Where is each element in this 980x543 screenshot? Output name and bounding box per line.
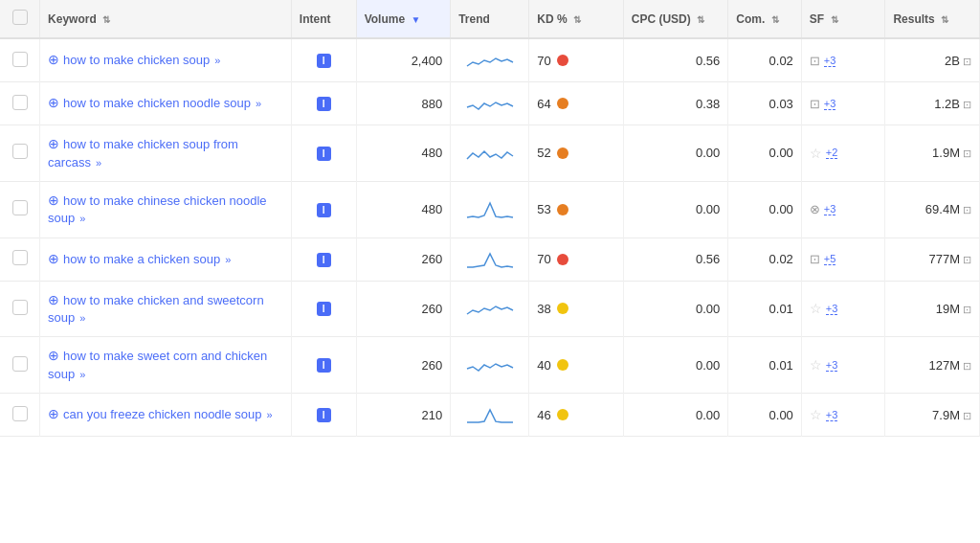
expand-icon[interactable]: » bbox=[222, 254, 231, 265]
image-icon: ⊡ bbox=[810, 252, 820, 266]
results-icon[interactable]: ⊡ bbox=[963, 99, 971, 110]
keyword-link[interactable]: ⊕how to make chicken noodle soup » bbox=[48, 96, 261, 110]
volume-cell: 480 bbox=[356, 181, 451, 238]
add-keyword-icon[interactable]: ⊕ bbox=[48, 52, 59, 67]
kd-number: 38 bbox=[537, 302, 550, 316]
row-checkbox[interactable] bbox=[12, 52, 28, 67]
row-checkbox-cell bbox=[0, 238, 40, 281]
trend-cell bbox=[451, 181, 529, 238]
add-keyword-icon[interactable]: ⊕ bbox=[48, 136, 59, 151]
expand-icon[interactable]: » bbox=[212, 55, 220, 66]
kd-dot bbox=[557, 98, 568, 109]
add-keyword-icon[interactable]: ⊕ bbox=[48, 251, 59, 266]
kd-dot bbox=[557, 409, 568, 420]
row-checkbox[interactable] bbox=[12, 300, 28, 315]
add-keyword-icon[interactable]: ⊕ bbox=[48, 95, 59, 110]
results-icon[interactable]: ⊡ bbox=[963, 147, 971, 159]
intent-cell: I bbox=[291, 337, 356, 394]
sf-count[interactable]: +3 bbox=[824, 98, 836, 110]
sf-sort-icon[interactable]: ⇅ bbox=[831, 14, 838, 25]
row-checkbox[interactable] bbox=[12, 200, 28, 215]
sf-count[interactable]: +5 bbox=[824, 253, 836, 265]
keyword-link[interactable]: ⊕how to make sweet corn and chicken soup… bbox=[48, 349, 267, 381]
sf-count[interactable]: +3 bbox=[824, 55, 836, 67]
col-header-trend[interactable]: Trend bbox=[451, 0, 529, 38]
volume-sort-icon[interactable]: ▼ bbox=[411, 14, 420, 25]
row-checkbox[interactable] bbox=[12, 95, 28, 110]
table-row: ⊕how to make chicken soup » I 2,400 70 0… bbox=[0, 38, 980, 82]
kd-dot bbox=[557, 254, 568, 265]
table-row: ⊕how to make chicken noodle soup » I 880… bbox=[0, 82, 980, 125]
results-icon[interactable]: ⊡ bbox=[963, 254, 971, 265]
kd-cell: 70 bbox=[529, 238, 624, 281]
add-keyword-icon[interactable]: ⊕ bbox=[48, 348, 59, 363]
sf-cell: ☆ +3 bbox=[801, 394, 885, 437]
sf-count[interactable]: +3 bbox=[826, 409, 838, 421]
sf-count[interactable]: +3 bbox=[824, 203, 836, 215]
row-checkbox-cell bbox=[0, 181, 40, 238]
kd-dot bbox=[557, 303, 568, 314]
star-icon: ☆ bbox=[810, 357, 822, 373]
volume-cell: 480 bbox=[356, 125, 451, 182]
kd-number: 40 bbox=[537, 358, 550, 373]
row-checkbox[interactable] bbox=[12, 406, 28, 421]
sf-count[interactable]: +2 bbox=[826, 147, 838, 159]
expand-icon[interactable]: » bbox=[77, 213, 85, 224]
expand-icon[interactable]: » bbox=[77, 369, 85, 380]
keyword-link[interactable]: ⊕can you freeze chicken noodle soup » bbox=[48, 407, 273, 421]
col-header-keyword[interactable]: Keyword ⇅ bbox=[40, 0, 292, 38]
intent-cell: I bbox=[291, 238, 356, 281]
row-checkbox[interactable] bbox=[12, 144, 28, 159]
results-icon[interactable]: ⊡ bbox=[963, 360, 971, 372]
col-header-intent[interactable]: Intent bbox=[291, 0, 356, 38]
cpc-cell: 0.56 bbox=[623, 238, 727, 281]
image-icon: ⊡ bbox=[810, 97, 820, 111]
table-row: ⊕how to make sweet corn and chicken soup… bbox=[0, 337, 980, 394]
col-header-results[interactable]: Results ⇅ bbox=[885, 0, 980, 38]
add-keyword-icon[interactable]: ⊕ bbox=[48, 192, 59, 208]
keyword-sort-icon[interactable]: ⇅ bbox=[102, 14, 110, 25]
results-icon[interactable]: ⊡ bbox=[963, 204, 971, 215]
sf-count[interactable]: +3 bbox=[826, 303, 838, 315]
col-header-volume[interactable]: Volume ▼ bbox=[356, 0, 451, 38]
keyword-link[interactable]: ⊕how to make chicken and sweetcorn soup … bbox=[48, 293, 264, 326]
results-icon[interactable]: ⊡ bbox=[963, 56, 971, 67]
results-icon[interactable]: ⊡ bbox=[963, 304, 971, 315]
trend-cell bbox=[451, 337, 529, 394]
keyword-link[interactable]: ⊕how to make a chicken soup » bbox=[48, 252, 231, 266]
com-sort-icon[interactable]: ⇅ bbox=[771, 14, 779, 25]
intent-cell: I bbox=[291, 181, 356, 238]
row-checkbox[interactable] bbox=[12, 250, 28, 265]
row-checkbox[interactable] bbox=[12, 356, 28, 372]
col-header-com[interactable]: Com. ⇅ bbox=[728, 0, 802, 38]
keyword-link[interactable]: ⊕how to make chinese chicken noodle soup… bbox=[48, 193, 266, 226]
kd-sort-icon[interactable]: ⇅ bbox=[573, 14, 581, 25]
keyword-cell: ⊕how to make chicken soup from carcass » bbox=[40, 125, 292, 182]
results-icon[interactable]: ⊡ bbox=[963, 410, 971, 421]
cpc-cell: 0.00 bbox=[623, 125, 727, 182]
results-sort-icon[interactable]: ⇅ bbox=[941, 14, 948, 25]
expand-icon[interactable]: » bbox=[93, 157, 101, 169]
add-keyword-icon[interactable]: ⊕ bbox=[48, 406, 59, 421]
intent-badge: I bbox=[317, 302, 331, 316]
sf-count[interactable]: +3 bbox=[826, 359, 838, 372]
results-cell: 777M⊡ bbox=[885, 238, 980, 281]
kd-cell: 46 bbox=[529, 394, 624, 437]
add-keyword-icon[interactable]: ⊕ bbox=[48, 292, 59, 307]
col-header-sf[interactable]: SF ⇅ bbox=[801, 0, 885, 38]
expand-icon[interactable]: » bbox=[264, 409, 273, 420]
keyword-table: Keyword ⇅ Intent Volume ▼ Trend KD % ⇅ C… bbox=[0, 0, 980, 437]
cpc-sort-icon[interactable]: ⇅ bbox=[697, 14, 704, 25]
expand-icon[interactable]: » bbox=[253, 98, 261, 109]
com-cell: 0.02 bbox=[728, 38, 802, 82]
sf-cell: ☆ +3 bbox=[801, 337, 885, 394]
col-header-cpc[interactable]: CPC (USD) ⇅ bbox=[623, 0, 727, 38]
keyword-link[interactable]: ⊕how to make chicken soup from carcass » bbox=[48, 137, 238, 170]
link-icon: ⊗ bbox=[810, 202, 820, 216]
results-cell: 69.4M⊡ bbox=[885, 181, 980, 238]
select-all-checkbox[interactable] bbox=[12, 10, 28, 25]
expand-icon[interactable]: » bbox=[77, 312, 85, 324]
kd-dot bbox=[557, 204, 568, 215]
col-header-kd[interactable]: KD % ⇅ bbox=[529, 0, 624, 38]
keyword-link[interactable]: ⊕how to make chicken soup » bbox=[48, 53, 220, 67]
